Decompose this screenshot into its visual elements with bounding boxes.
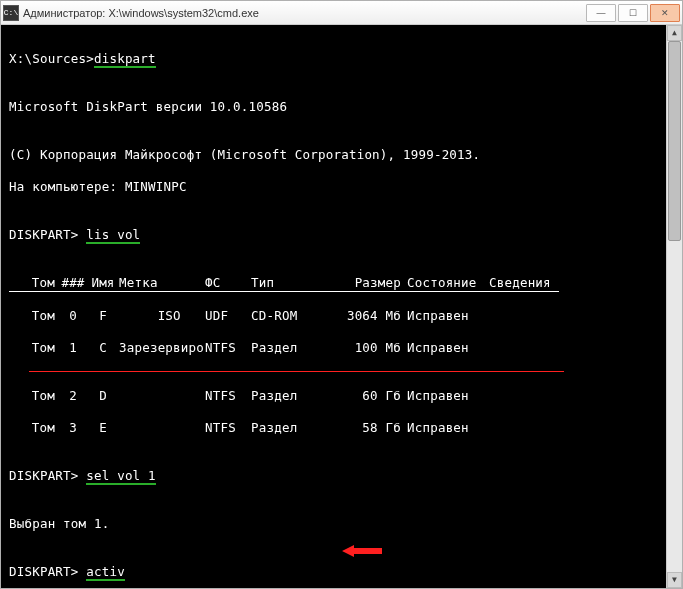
scroll-up-icon[interactable]: ▲ [667,25,682,41]
cmd-icon: C:\ [3,5,19,21]
header-size: Размер [339,275,407,292]
prompt-line: X:\Sources>diskpart [9,51,674,67]
header-state: Состояние [407,275,489,292]
svg-marker-0 [342,545,382,557]
header-type: Тип [251,275,339,292]
window-title: Администратор: X:\windows\system32\cmd.e… [23,7,586,19]
header-name: Имя [87,275,119,292]
header-info: Сведения [489,275,559,292]
cmd-lisvol: lis vol [86,227,140,244]
table-row: Том 0 F ISO UDF CD-ROM 3064 Мб Исправен [9,308,674,324]
header-label: Метка [119,275,205,292]
sel-result: Выбран том 1. [9,516,674,532]
diskpart-prompt: DISKPART> activ [9,564,674,580]
table-row-highlighted: Том 1 C Зарезервиро NTFS Раздел 100 Мб И… [9,340,674,356]
prompt-path: X:\Sources> [9,51,94,66]
volume-table-header: Том ### Имя Метка ФС Тип Размер Состояни… [9,275,674,292]
diskpart-prompt: DISKPART> lis vol [9,227,674,243]
close-button[interactable]: ✕ [650,4,680,22]
minimize-button[interactable]: — [586,4,616,22]
scroll-down-icon[interactable]: ▼ [667,572,682,588]
table-row: Том 2 D NTFS Раздел 60 Гб Исправен [9,388,674,404]
table-row: Том 3 E NTFS Раздел 58 Гб Исправен [9,420,674,436]
terminal-area[interactable]: X:\Sources>diskpart Microsoft DiskPart в… [1,25,682,588]
computer-line: На компьютере: MINWINPC [9,179,674,195]
diskpart-version: Microsoft DiskPart версии 10.0.10586 [9,99,674,115]
vertical-scrollbar[interactable]: ▲ ▼ [666,25,682,588]
cmd-window: C:\ Администратор: X:\windows\system32\c… [0,0,683,589]
cmd-diskpart: diskpart [94,51,156,68]
red-underline [29,371,564,372]
header-tom: Том [9,275,59,292]
cmd-selvol: sel vol 1 [86,468,156,485]
header-fs: ФС [205,275,251,292]
diskpart-prompt: DISKPART> sel vol 1 [9,468,674,484]
titlebar[interactable]: C:\ Администратор: X:\windows\system32\c… [1,1,682,25]
scroll-thumb[interactable] [668,41,681,241]
copyright-line: (C) Корпорация Майкрософт (Microsoft Cor… [9,147,674,163]
window-controls: — ☐ ✕ [586,4,680,22]
header-num: ### [59,275,87,292]
cmd-activ: activ [86,564,125,581]
maximize-button[interactable]: ☐ [618,4,648,22]
